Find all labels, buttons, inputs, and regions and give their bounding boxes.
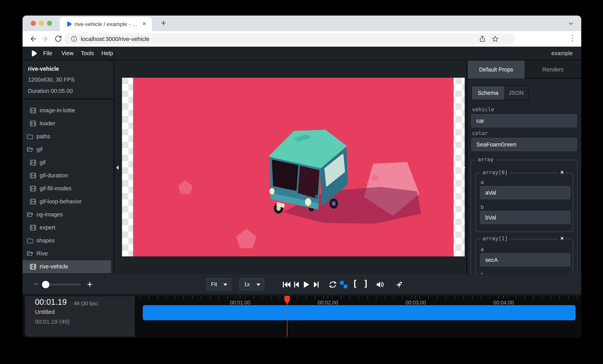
- tab-close-icon[interactable]: ✕: [142, 21, 147, 27]
- divider: [23, 99, 114, 99]
- track-name[interactable]: Untitled: [35, 309, 55, 315]
- composition-canvas: [122, 78, 465, 256]
- sidebar-folder-gif[interactable]: gif: [23, 143, 111, 156]
- menu-tools[interactable]: Tools: [81, 50, 94, 57]
- ruler-label-3s: 00:03.00: [400, 300, 431, 306]
- timeline-track[interactable]: [143, 305, 576, 320]
- in-marker-icon[interactable]: [: [352, 279, 358, 288]
- forward-icon[interactable]: [41, 34, 50, 43]
- share-icon[interactable]: [479, 35, 486, 42]
- browser-tab-strip: rive-vehicle / example - Remoti ✕ +: [23, 16, 581, 31]
- minimize-window-button[interactable]: [39, 21, 44, 26]
- current-timecode: 00:01.19: [35, 297, 67, 307]
- sidebar-item-expert[interactable]: expert: [23, 221, 111, 234]
- tab-search-chevron-icon[interactable]: [568, 20, 574, 27]
- array-0-b-input[interactable]: [480, 211, 570, 224]
- fast-refresh-icon[interactable]: [395, 280, 404, 289]
- pentagon-bottom: [236, 229, 256, 248]
- reload-icon[interactable]: [54, 34, 63, 43]
- maximize-window-button[interactable]: [47, 21, 52, 26]
- volume-icon[interactable]: [376, 280, 385, 289]
- sidebar-item-gif-loop-behavior[interactable]: gif-loop-behavior: [23, 195, 111, 208]
- fit-dropdown[interactable]: Fit: [206, 278, 231, 291]
- out-marker-icon[interactable]: ]: [363, 279, 369, 288]
- composition-list: image-in-lottie loader paths gif gif gif…: [23, 100, 114, 274]
- sidebar-item-rive-vehicle[interactable]: rive-vehicle: [23, 260, 111, 273]
- tab-renders[interactable]: Renders: [524, 61, 581, 79]
- vehicle-input[interactable]: [471, 114, 577, 127]
- array-0-fieldset: array[0] × a b: [475, 173, 573, 232]
- field-label-b: b: [481, 204, 484, 210]
- menu-file[interactable]: File: [43, 50, 52, 57]
- props-panel: Default Props Renders Schema JSON vehicl…: [468, 61, 581, 274]
- sidebar-folder-og-images[interactable]: og-images: [23, 208, 111, 221]
- sidebar-folder-shapes[interactable]: shapes: [23, 234, 111, 247]
- jump-to-end-icon[interactable]: [312, 280, 321, 289]
- sidebar-item-gif-fill-modes[interactable]: gif-fill-modes: [23, 182, 111, 195]
- browser-tab[interactable]: rive-vehicle / example - Remoti ✕: [60, 17, 152, 31]
- zoom-slider-knob[interactable]: [42, 281, 49, 288]
- sidebar-item-gif[interactable]: gif: [23, 156, 111, 169]
- ruler-label-4s: 00:04.00: [488, 300, 519, 306]
- tab-title: rive-vehicle / example - Remoti: [75, 21, 141, 27]
- transparency-checker-icon[interactable]: [340, 281, 347, 288]
- browser-window: rive-vehicle / example - Remoti ✕ +: [23, 16, 581, 338]
- array-1-fieldset: array[1] × a b: [475, 239, 573, 274]
- zoom-in-button[interactable]: +: [85, 280, 94, 289]
- collapse-right-panel-icon[interactable]: [463, 165, 466, 170]
- sidebar-item-gif-duration[interactable]: gif-duration: [23, 169, 111, 182]
- close-window-button[interactable]: [31, 21, 36, 26]
- preview-area: [115, 61, 467, 274]
- array-0-a-input[interactable]: [480, 186, 570, 199]
- browser-menu-icon[interactable]: ⋮: [568, 34, 576, 42]
- tab-default-props[interactable]: Default Props: [468, 61, 524, 79]
- sidebar-item-loader[interactable]: loader: [23, 117, 111, 130]
- sidebar-folder-rive[interactable]: Rive: [23, 247, 111, 260]
- schema-json-toggle: Schema JSON: [471, 85, 529, 100]
- sidebar-item-image-in-lottie[interactable]: image-in-lottie: [23, 104, 111, 117]
- address-bar[interactable]: localhost:3000/rive-vehicle: [64, 33, 515, 45]
- playhead-handle[interactable]: [284, 296, 290, 304]
- toggle-schema[interactable]: Schema: [472, 86, 504, 100]
- back-icon[interactable]: [28, 34, 37, 43]
- props-tabs: Default Props Renders: [468, 61, 581, 79]
- ruler-label-2s: 00:02.00: [312, 300, 343, 306]
- menu-view[interactable]: View: [61, 50, 73, 57]
- bundle-name-label: example: [551, 50, 573, 57]
- zoom-out-button[interactable]: −: [32, 281, 40, 288]
- sidebar-folder-paths[interactable]: paths: [23, 130, 111, 143]
- url-text[interactable]: localhost:3000/rive-vehicle: [81, 36, 150, 42]
- previous-frame-icon[interactable]: [292, 280, 301, 289]
- compositions-sidebar: rive-vehicle 1200x630, 30 FPS Duration 0…: [23, 61, 114, 274]
- color-input[interactable]: [471, 138, 577, 151]
- new-tab-button[interactable]: +: [159, 18, 169, 28]
- composition-duration: Duration 00:05.00: [28, 88, 73, 94]
- composition-meta: 1200x630, 30 FPS: [28, 77, 75, 83]
- site-info-icon[interactable]: [71, 35, 77, 42]
- bookmark-star-icon[interactable]: [492, 35, 499, 42]
- playback-controls: − + Fit 1x: [23, 274, 581, 295]
- toggle-json[interactable]: JSON: [504, 86, 528, 100]
- timeline-ruler[interactable]: [140, 296, 581, 299]
- play-icon[interactable]: [302, 280, 311, 289]
- array-1-legend: array[1]: [481, 235, 510, 241]
- field-label-vehicle: vehicle: [472, 106, 494, 113]
- composition-name: rive-vehicle: [28, 66, 59, 72]
- ruler-label-1s: 00:01.00: [225, 300, 256, 306]
- array-legend: array: [476, 156, 495, 162]
- array-0-remove-icon[interactable]: ×: [558, 169, 566, 176]
- playback-rate-dropdown[interactable]: 1x: [239, 278, 264, 291]
- array-1-remove-icon[interactable]: ×: [558, 235, 566, 242]
- browser-toolbar: localhost:3000/rive-vehicle ⋮: [23, 31, 581, 47]
- track-duration: 00:01.19 (49): [35, 318, 70, 325]
- array-fieldset: array array[0] × a b array[1] × a b: [471, 160, 578, 274]
- jump-to-start-icon[interactable]: [282, 280, 291, 289]
- timeline: 00:01.00 00:02.00 00:03.00 00:04.00 00:0…: [23, 296, 581, 338]
- array-1-a-input[interactable]: [480, 253, 570, 266]
- remotion-logo-icon[interactable]: [32, 50, 37, 57]
- menu-help[interactable]: Help: [101, 50, 113, 57]
- loop-icon[interactable]: [328, 280, 337, 289]
- collapse-left-panel-icon[interactable]: [116, 165, 119, 170]
- screenshot-root: rive-vehicle / example - Remoti ✕ +: [0, 0, 603, 364]
- field-label-a: a: [481, 246, 484, 252]
